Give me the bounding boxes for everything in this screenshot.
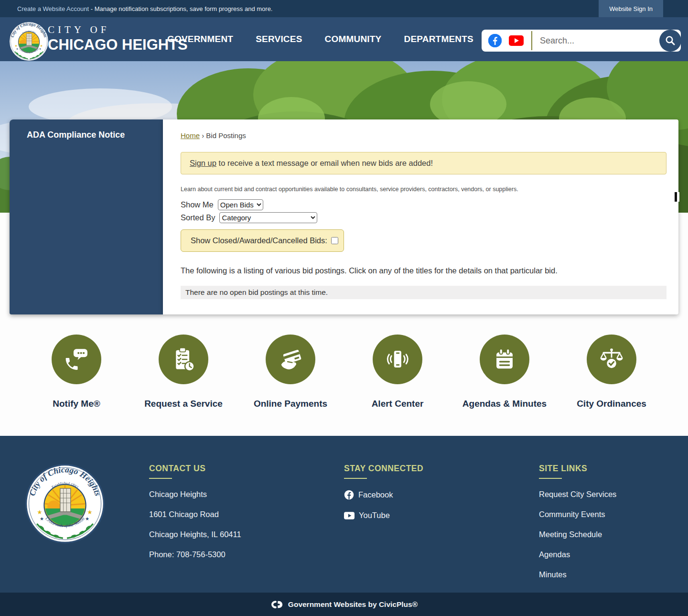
- civicplus-bar: Government Websites by CivicPlus®: [0, 593, 688, 616]
- clipboard-clock-icon: [170, 346, 197, 373]
- footer-city-seal: [25, 464, 105, 544]
- nav-community[interactable]: COMMUNITY: [325, 34, 382, 44]
- quick-link-circle: [52, 335, 101, 384]
- calendar-icon: [491, 346, 518, 373]
- heading-underline: [149, 478, 172, 479]
- signup-notice-banner: Sign up to receive a text message or ema…: [181, 152, 666, 174]
- youtube-link[interactable]: [509, 35, 524, 46]
- account-promo-text: Create a Website Account - Manage notifi…: [17, 5, 272, 12]
- website-sign-in-button[interactable]: Website Sign In: [599, 0, 663, 17]
- breadcrumb-separator: ›: [202, 131, 204, 140]
- breadcrumb: Home › Bid Postings: [181, 131, 666, 140]
- site-link-meeting-schedule[interactable]: Meeting Schedule: [539, 530, 677, 539]
- youtube-icon: [513, 37, 520, 44]
- site-links-heading: SITE LINKS: [539, 464, 677, 474]
- facebook-icon: [344, 490, 354, 500]
- quick-link-city-ordinances[interactable]: City Ordinances: [564, 335, 659, 409]
- quick-link-label: City Ordinances: [577, 399, 646, 409]
- no-bids-message: There are no open bid postings at this t…: [181, 286, 666, 299]
- quick-link-agendas-minutes[interactable]: Agendas & Minutes: [457, 335, 552, 409]
- search-icon: [665, 35, 676, 46]
- site-link-minutes[interactable]: Minutes: [539, 570, 677, 579]
- civicplus-icon: [270, 600, 283, 609]
- sorted-by-label: Sorted By: [181, 213, 215, 222]
- closed-bids-filter-box: Show Closed/Awarded/Cancelled Bids:: [181, 229, 344, 252]
- site-title-cityname: CHICAGO HEIGHTS: [48, 36, 188, 54]
- nav-services[interactable]: SERVICES: [256, 34, 302, 44]
- quick-link-circle: [587, 335, 636, 384]
- quick-link-label: Request a Service: [144, 399, 223, 409]
- facebook-link[interactable]: [488, 34, 502, 47]
- footer-site-links-column: SITE LINKS Request City Services Communi…: [539, 464, 677, 579]
- heading-underline: [344, 478, 367, 479]
- contact-city: Chicago Heights: [149, 490, 335, 499]
- footer-stay-connected-column: STAY CONNECTED Facebook YouTube: [344, 464, 502, 520]
- search-input[interactable]: [532, 36, 659, 46]
- signup-text: to receive a text message or email when …: [216, 159, 433, 167]
- site-header: CITY OF CHICAGO HEIGHTS GOVERNMENT SERVI…: [0, 17, 688, 61]
- quick-link-online-payments[interactable]: Online Payments: [243, 335, 338, 409]
- search-bar: [482, 30, 681, 52]
- city-seal-icon: [9, 21, 49, 62]
- top-utility-bar: Create a Website Account - Manage notifi…: [0, 0, 688, 17]
- account-promo-rest: - Manage notification subscriptions, sav…: [89, 5, 272, 12]
- site-title-cityof: CITY OF: [48, 24, 188, 36]
- card-payment-icon: [277, 346, 304, 373]
- vibrating-phone-icon: [384, 346, 411, 373]
- contact-address: 1601 Chicago Road: [149, 510, 335, 519]
- city-seal-icon: [25, 464, 105, 544]
- closed-bids-label: Show Closed/Awarded/Cancelled Bids:: [191, 236, 327, 245]
- sorted-by-select[interactable]: Category: [219, 212, 317, 223]
- quick-link-alert-center[interactable]: Alert Center: [350, 335, 445, 409]
- phone-chat-icon: [63, 346, 90, 373]
- scrollbar-thumb[interactable]: [675, 192, 679, 202]
- search-button[interactable]: [659, 30, 681, 52]
- quick-link-label: Online Payments: [254, 399, 327, 409]
- breadcrumb-current: Bid Postings: [206, 131, 246, 140]
- contact-us-heading: CONTACT US: [149, 464, 335, 474]
- scales-check-icon: [598, 346, 625, 373]
- show-me-row: Show Me Open Bids: [181, 199, 666, 210]
- facebook-label: Facebook: [358, 490, 393, 499]
- left-sidebar: ADA Compliance Notice: [10, 119, 163, 314]
- create-account-link[interactable]: Create a Website Account: [17, 5, 89, 12]
- quick-link-circle: [373, 335, 422, 384]
- closed-bids-checkbox[interactable]: [331, 237, 338, 244]
- quick-link-circle: [266, 335, 315, 384]
- signup-link[interactable]: Sign up: [190, 159, 216, 167]
- site-link-request-city-services[interactable]: Request City Services: [539, 490, 677, 499]
- city-seal-logo[interactable]: [9, 21, 49, 62]
- sorted-by-row: Sorted By Category: [181, 212, 666, 223]
- show-me-label: Show Me: [181, 200, 214, 209]
- site-link-agendas[interactable]: Agendas: [539, 550, 677, 559]
- site-footer: CONTACT US Chicago Heights 1601 Chicago …: [0, 436, 688, 593]
- quick-links-row: Notify Me® Request a Service: [29, 335, 659, 409]
- civicplus-text: Government Websites by CivicPlus®: [288, 600, 418, 609]
- contact-phone: Phone: 708-756-5300: [149, 550, 335, 559]
- quick-link-label: Alert Center: [372, 399, 424, 409]
- nav-government[interactable]: GOVERNMENT: [167, 34, 233, 44]
- breadcrumb-home-link[interactable]: Home: [181, 131, 200, 140]
- heading-underline: [539, 478, 562, 479]
- contact-city-state-zip: Chicago Heights, IL 60411: [149, 530, 335, 539]
- bids-intro-text: Learn about current bid and contract opp…: [181, 186, 666, 193]
- site-link-community-events[interactable]: Community Events: [539, 510, 677, 519]
- stay-connected-heading: STAY CONNECTED: [344, 464, 502, 474]
- quick-link-label: Agendas & Minutes: [462, 399, 547, 409]
- footer-facebook-link[interactable]: Facebook: [344, 490, 502, 500]
- quick-link-request-service[interactable]: Request a Service: [136, 335, 231, 409]
- site-title[interactable]: CITY OF CHICAGO HEIGHTS: [48, 24, 188, 54]
- show-me-select[interactable]: Open Bids: [218, 199, 263, 210]
- quick-link-notify-me[interactable]: Notify Me®: [29, 335, 124, 409]
- youtube-icon: [344, 512, 355, 519]
- nav-departments[interactable]: DEPARTMENTS: [404, 34, 473, 44]
- youtube-label: YouTube: [359, 511, 390, 520]
- listing-description: The following is a listing of various bi…: [181, 266, 666, 275]
- quick-link-circle: [159, 335, 208, 384]
- quick-link-circle: [480, 335, 529, 384]
- facebook-icon: [488, 34, 502, 47]
- sidebar-item-ada-compliance[interactable]: ADA Compliance Notice: [10, 119, 163, 140]
- footer-youtube-link[interactable]: YouTube: [344, 511, 502, 520]
- main-content-card: Home › Bid Postings Sign up to receive a…: [163, 119, 678, 314]
- footer-contact-column: CONTACT US Chicago Heights 1601 Chicago …: [149, 464, 335, 559]
